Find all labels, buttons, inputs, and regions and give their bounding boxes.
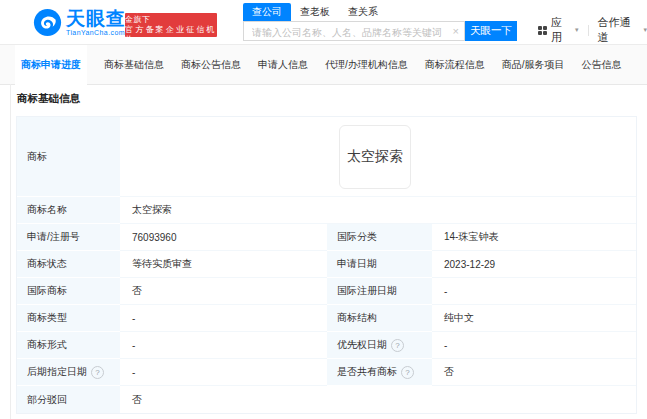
field-label-partial-rejection: 部分驳回 bbox=[17, 386, 120, 413]
field-value-priority-date: - bbox=[432, 332, 636, 359]
content-left-border bbox=[10, 84, 11, 419]
tab-process-info[interactable]: 商标流程信息 bbox=[425, 45, 485, 84]
page-title: 商标基础信息 bbox=[17, 92, 80, 106]
trademark-image[interactable]: 太空探索 bbox=[339, 125, 411, 189]
search-button[interactable]: 天眼一下 bbox=[465, 21, 517, 41]
chevron-down-icon: ▾ bbox=[643, 26, 647, 34]
field-value-intl-class: 14-珠宝钟表 bbox=[432, 224, 636, 251]
header-menus: 应用 ▾ 合作通道 ▾ bbox=[538, 21, 647, 39]
tab-agency-info[interactable]: 代理/办理机构信息 bbox=[325, 45, 408, 84]
header: 天眼查 TianYanCha.com 国家中小企业发展子基金旗下 官方备案企业征… bbox=[0, 0, 647, 44]
search-tab-boss[interactable]: 查老板 bbox=[291, 3, 339, 21]
trademark-section-nav: 商标申请进度 商标基础信息 商标公告信息 申请人信息 代理/办理机构信息 商标流… bbox=[0, 44, 647, 85]
partner-menu[interactable]: 合作通道 ▾ bbox=[598, 15, 647, 45]
apps-menu-label: 应用 bbox=[551, 15, 572, 45]
apps-menu[interactable]: 应用 ▾ bbox=[538, 15, 579, 45]
field-value-trademark-structure: 纯中文 bbox=[432, 305, 636, 332]
search-input[interactable] bbox=[244, 24, 466, 42]
field-label-shared-trademark: 是否共有商标 ? bbox=[327, 359, 432, 386]
field-label-text: 优先权日期 bbox=[337, 338, 387, 352]
trademark-image-text: 太空探索 bbox=[347, 148, 403, 166]
field-label-priority-date: 优先权日期 ? bbox=[327, 332, 432, 359]
field-value-trademark-image-cell: 太空探索 bbox=[120, 117, 636, 197]
tianyancha-logo-icon bbox=[33, 8, 62, 37]
tab-application-progress[interactable]: 商标申请进度 bbox=[15, 45, 87, 85]
search-area: 查公司 查老板 查关系 × 天眼一下 bbox=[243, 3, 533, 21]
tab-announcement-info[interactable]: 公告信息 bbox=[582, 45, 622, 84]
field-value-trademark-form: - bbox=[120, 332, 327, 359]
field-label-trademark-name: 商标名称 bbox=[17, 197, 120, 224]
apps-grid-icon bbox=[538, 26, 547, 35]
logo-domain: TianYanCha.com bbox=[66, 29, 126, 37]
field-value-application-date: 2023-12-29 bbox=[432, 251, 636, 278]
field-label-intl-trademark: 国际商标 bbox=[17, 278, 120, 305]
field-label-trademark-form: 商标形式 bbox=[17, 332, 120, 359]
tab-applicant-info[interactable]: 申请人信息 bbox=[258, 45, 308, 84]
official-badge: 国家中小企业发展子基金旗下 官方备案企业征信机构 bbox=[125, 13, 217, 37]
trademark-basic-info-table: 商标 太空探索 商标名称 太空探索 申请/注册号 76093960 国际分类 1… bbox=[16, 116, 637, 414]
field-label-intl-class: 国际分类 bbox=[327, 224, 432, 251]
field-label-trademark: 商标 bbox=[17, 117, 120, 197]
field-label-application-number: 申请/注册号 bbox=[17, 224, 120, 251]
field-value-trademark-name: 太空探索 bbox=[120, 197, 636, 224]
tianyancha-trademark-page: 天眼查 TianYanCha.com 国家中小企业发展子基金旗下 官方备案企业征… bbox=[0, 0, 647, 419]
clear-search-icon[interactable]: × bbox=[453, 24, 459, 38]
search-input-box: × bbox=[243, 21, 465, 41]
help-icon[interactable]: ? bbox=[91, 366, 104, 379]
help-icon[interactable]: ? bbox=[391, 339, 404, 352]
field-label-application-date: 申请日期 bbox=[327, 251, 432, 278]
badge-line1: 国家中小企业发展子基金旗下 bbox=[125, 5, 217, 25]
help-icon[interactable]: ? bbox=[401, 366, 414, 379]
menu-divider bbox=[588, 25, 589, 36]
tab-basic-info[interactable]: 商标基础信息 bbox=[104, 45, 164, 84]
field-value-partial-rejection: 否 bbox=[120, 386, 636, 413]
search-tab-relation[interactable]: 查关系 bbox=[339, 3, 387, 21]
field-value-trademark-status: 等待实质审查 bbox=[120, 251, 327, 278]
tianyancha-logo[interactable]: 天眼查 TianYanCha.com bbox=[33, 8, 126, 37]
field-label-later-designation-date: 后期指定日期 ? bbox=[17, 359, 120, 386]
field-value-application-number: 76093960 bbox=[120, 224, 327, 251]
field-value-later-designation-date: - bbox=[120, 359, 327, 386]
field-value-trademark-type: - bbox=[120, 305, 327, 332]
field-value-intl-registration-date: - bbox=[432, 278, 636, 305]
field-label-intl-registration-date: 国际注册日期 bbox=[327, 278, 432, 305]
logo-title: 天眼查 bbox=[66, 9, 126, 29]
search-tab-company[interactable]: 查公司 bbox=[243, 3, 291, 21]
partner-menu-label: 合作通道 bbox=[598, 15, 641, 45]
field-label-trademark-type: 商标类型 bbox=[17, 305, 120, 332]
field-label-text: 是否共有商标 bbox=[337, 365, 397, 379]
field-value-intl-trademark: 否 bbox=[120, 278, 327, 305]
field-label-text: 后期指定日期 bbox=[27, 365, 87, 379]
field-label-trademark-status: 商标状态 bbox=[17, 251, 120, 278]
tab-goods-services[interactable]: 商品/服务项目 bbox=[502, 45, 565, 84]
badge-line2: 官方备案企业征信机构 bbox=[125, 25, 217, 45]
search-tabs: 查公司 查老板 查关系 bbox=[243, 3, 533, 21]
field-label-trademark-structure: 商标结构 bbox=[327, 305, 432, 332]
chevron-down-icon: ▾ bbox=[575, 26, 579, 34]
field-value-shared-trademark: 否 bbox=[432, 359, 636, 386]
tab-gazette-info[interactable]: 商标公告信息 bbox=[181, 45, 241, 84]
